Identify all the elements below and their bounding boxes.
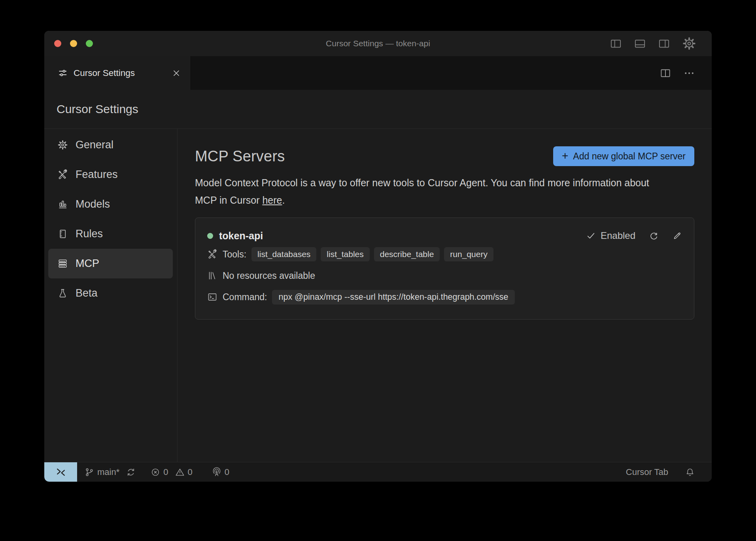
tool-chip: list_tables [321,247,369,261]
tool-chip: run_query [444,247,493,261]
beaker-icon [57,288,68,299]
sidebar-item-features[interactable]: Features [48,160,173,189]
sidebar-item-general[interactable]: General [48,130,173,160]
server-name: token-api [219,230,263,242]
split-editor-icon[interactable] [660,67,671,79]
tools-label: Tools: [223,249,246,260]
broadcast-tower-icon [212,467,222,477]
git-branch-status[interactable]: main* [84,467,119,477]
resources-text: No resources available [223,270,315,281]
tab-label: Cursor Settings [74,68,135,78]
tool-chip: describe_table [374,247,440,261]
bar-chart-icon [57,199,68,210]
edit-pencil-icon[interactable] [672,231,682,241]
sidebar-item-mcp[interactable]: MCP [48,249,173,278]
refresh-icon[interactable] [649,231,659,241]
branch-name: main* [97,467,119,477]
settings-sidebar: General Features Models [44,129,178,462]
tab-close-icon[interactable] [172,68,181,78]
settings-sliders-icon [57,68,68,78]
page-title: Cursor Settings [57,102,138,116]
add-mcp-server-button[interactable]: + Add new global MCP server [553,146,694,166]
gear-icon [57,140,68,150]
tool-chip: list_databases [251,247,316,261]
cursor-tab-status[interactable]: Cursor Tab [626,467,668,477]
sidebar-item-rules[interactable]: Rules [48,219,173,249]
page-header: Cursor Settings [44,90,712,129]
server-status-dot [207,233,213,239]
bell-icon[interactable] [685,467,695,477]
mcp-settings-panel: MCP Servers + Add new global MCP server … [178,129,712,462]
sync-icon [126,467,136,477]
git-branch-icon [84,467,94,477]
tab-strip: Cursor Settings [44,56,712,90]
sync-status[interactable] [126,467,136,477]
ports-count: 0 [225,467,229,477]
toggle-left-panel-icon[interactable] [610,38,622,50]
terminal-icon [207,292,217,302]
cursor-settings-window: Cursor Settings — token-api [44,31,712,482]
status-bar: main* 0 0 [44,462,712,482]
toggle-bottom-panel-icon[interactable] [634,38,646,50]
enabled-toggle[interactable]: Enabled [601,230,635,241]
titlebar: Cursor Settings — token-api [44,31,712,56]
ports-status[interactable]: 0 [212,467,229,477]
plus-icon: + [562,150,568,161]
here-link[interactable]: here [262,195,282,206]
more-actions-icon[interactable] [683,67,695,79]
section-title: MCP Servers [195,148,285,165]
remote-indicator[interactable] [44,462,77,482]
sidebar-item-beta[interactable]: Beta [48,278,173,308]
command-value: npx @pinax/mcp --sse-url https://token-a… [272,290,514,305]
server-stack-icon [57,258,68,269]
error-count: 0 [163,467,168,477]
notebook-icon [57,229,68,239]
warning-icon [175,467,185,477]
command-label: Command: [223,292,267,303]
warning-count: 0 [188,467,193,477]
settings-gear-icon[interactable] [682,36,696,51]
tools-icon [57,169,68,180]
toggle-right-panel-icon[interactable] [658,38,670,50]
tab-cursor-settings[interactable]: Cursor Settings [44,56,191,90]
problems-status[interactable]: 0 0 [150,467,193,477]
mcp-description: Model Context Protocol is a way to offer… [195,174,663,209]
library-icon [207,270,217,281]
error-icon [150,467,161,477]
check-icon [586,231,596,241]
tools-icon [207,249,217,259]
mcp-server-card: token-api Enabled [195,218,694,320]
remote-icon [55,467,66,478]
sidebar-item-models[interactable]: Models [48,189,173,219]
tools-chips: list_databases list_tables describe_tabl… [251,247,493,261]
